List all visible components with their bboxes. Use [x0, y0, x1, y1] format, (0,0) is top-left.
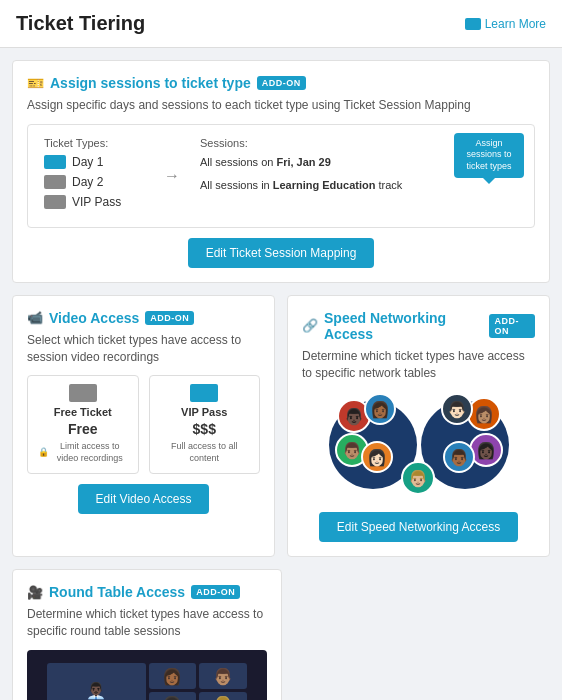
speed-networking-btn-wrapper: Edit Speed Networking Access [302, 512, 535, 542]
video-access-badge: ADD-ON [145, 311, 194, 325]
round-table-image: 👨🏿‍💼 👩🏾 👨🏽 👩🏻 👨🏼 👩🏿 👨🏾 LIVE [27, 650, 267, 700]
round-table-card: 🎥 Round Table Access ADD-ON Determine wh… [12, 569, 282, 700]
rt-cell-4: 👨🏼 [199, 692, 247, 700]
vip-ticket-name: VIP Pass [160, 406, 250, 418]
ticket-item-vip: VIP Pass [44, 195, 144, 209]
ticket-types-label: Ticket Types: [44, 137, 144, 149]
video-access-btn-wrapper: Edit Video Access [27, 484, 260, 514]
round-table-badge: ADD-ON [191, 585, 240, 599]
speed-networking-desc: Determine which ticket types have access… [302, 348, 535, 382]
avatar-6: 👨🏼 [401, 461, 435, 495]
speed-networking-badge: ADD-ON [489, 314, 535, 338]
session-mapping-btn-wrapper: Edit Ticket Session Mapping [27, 238, 535, 268]
round-table-title: Round Table Access [49, 584, 185, 600]
round-table-icon: 🎥 [27, 585, 43, 600]
vip-ticket-icon [190, 384, 218, 402]
ticket-icon-day2 [44, 175, 66, 189]
ticket-item-day1: Day 1 [44, 155, 144, 169]
ticket-options: Free Ticket Free 🔒 Limit access to video… [27, 375, 260, 473]
free-ticket-desc: 🔒 Limit access to video recordings [38, 441, 128, 464]
edit-speed-networking-button[interactable]: Edit Speed Networking Access [319, 512, 518, 542]
rt-grid: 👨🏿‍💼 👩🏾 👨🏽 👩🏻 👨🏼 👩🏿 👨🏾 [39, 655, 255, 700]
edit-session-mapping-button[interactable]: Edit Ticket Session Mapping [188, 238, 375, 268]
ticket-types-col: Ticket Types: Day 1 Day 2 VIP Pass [44, 137, 144, 215]
two-col-row: 📹 Video Access ADD-ON Select which ticke… [12, 295, 550, 558]
learn-more-link[interactable]: Learn More [465, 17, 546, 31]
page-header: Ticket Tiering Learn More [0, 0, 562, 48]
page-title: Ticket Tiering [16, 12, 145, 35]
avatar-10: 👨🏾 [443, 441, 475, 473]
session-mapping-title: Assign sessions to ticket type [50, 75, 251, 91]
avatar-2: 👩🏾 [364, 393, 396, 425]
video-access-card: 📹 Video Access ADD-ON Select which ticke… [12, 295, 275, 558]
session-diagram: Ticket Types: Day 1 Day 2 VIP Pass → Ses… [27, 124, 535, 228]
rt-cell-1: 👩🏾 [149, 663, 197, 689]
speed-networking-card: 🔗 Speed Networking Access ADD-ON Determi… [287, 295, 550, 558]
speed-networking-title: Speed Networking Access [324, 310, 483, 342]
content-area: 🎫 Assign sessions to ticket type ADD-ON … [0, 48, 562, 700]
learn-more-icon [465, 18, 481, 30]
round-table-header: 🎥 Round Table Access ADD-ON [27, 584, 267, 600]
network-icon: 🔗 [302, 318, 318, 333]
free-ticket-price: Free [38, 421, 128, 437]
ticket-item-day2: Day 2 [44, 175, 144, 189]
vip-ticket-desc: Full access to all content [160, 441, 250, 464]
ticket-icon-day1 [44, 155, 66, 169]
session-item-2: All sessions in Learning Education track [200, 178, 518, 193]
speech-bubble: Assign sessions to ticket types [454, 133, 524, 178]
arrow-connector: → [164, 137, 180, 185]
avatar-cluster: 👨🏿 👩🏾 👨🏽 👩🏻 👨🏼 👩🏽 👨🏻 👩🏿 👨🏾 [329, 391, 509, 506]
round-table-desc: Determine which ticket types have access… [27, 606, 267, 640]
avatar-5: 👩🏻 [361, 441, 393, 473]
ticket-icon-vip [44, 195, 66, 209]
rt-cell-3: 👩🏻 [149, 692, 197, 700]
session-mapping-desc: Assign specific days and sessions to eac… [27, 97, 535, 114]
free-ticket-icon [69, 384, 97, 402]
vip-ticket-price: $$$ [160, 421, 250, 437]
edit-video-access-button[interactable]: Edit Video Access [78, 484, 210, 514]
video-access-desc: Select which ticket types have access to… [27, 332, 260, 366]
video-access-title: Video Access [49, 310, 139, 326]
camera-icon: 📹 [27, 310, 43, 325]
network-container: 👨🏿 👩🏾 👨🏽 👩🏻 👨🏼 👩🏽 👨🏻 👩🏿 👨🏾 [302, 391, 535, 506]
free-ticket-name: Free Ticket [38, 406, 128, 418]
ticket-icon: 🎫 [27, 75, 44, 91]
session-mapping-badge: ADD-ON [257, 76, 306, 90]
avatar-8: 👨🏻 [441, 393, 473, 425]
vip-ticket-option: VIP Pass $$$ Full access to all content [149, 375, 261, 473]
video-access-header: 📹 Video Access ADD-ON [27, 310, 260, 326]
speed-networking-header: 🔗 Speed Networking Access ADD-ON [302, 310, 535, 342]
rt-cell-2: 👨🏽 [199, 663, 247, 689]
free-ticket-option: Free Ticket Free 🔒 Limit access to video… [27, 375, 139, 473]
session-mapping-header: 🎫 Assign sessions to ticket type ADD-ON [27, 75, 535, 91]
rt-cell-main: 👨🏿‍💼 [47, 663, 146, 700]
session-mapping-card: 🎫 Assign sessions to ticket type ADD-ON … [12, 60, 550, 283]
